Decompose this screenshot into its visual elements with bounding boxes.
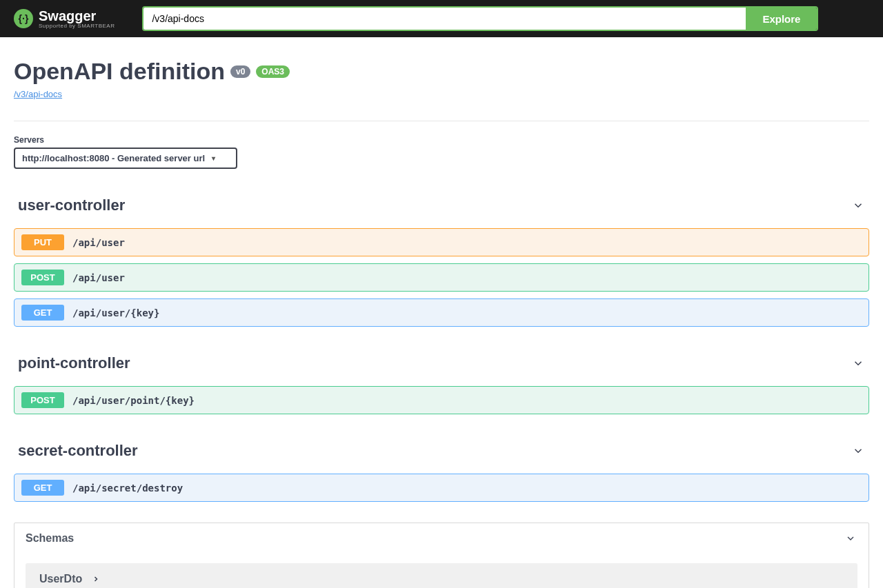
operation-path: /api/user	[72, 272, 125, 283]
operation-row[interactable]: GET/api/user/{key}	[14, 298, 869, 327]
chevron-down-icon	[844, 531, 857, 545]
server-selected-value: http://localhost:8080 - Generated server…	[22, 153, 205, 163]
tag-section: user-controllerPUT/api/userPOST/api/user…	[14, 190, 869, 327]
schemas-section: Schemas UserDto	[14, 523, 869, 588]
page-title: OpenAPI definition	[14, 58, 225, 85]
topbar: {·} Swagger Supported by SMARTBEAR Explo…	[0, 0, 883, 37]
schema-item[interactable]: UserDto	[26, 563, 857, 588]
operation-path: /api/secret/destroy	[72, 483, 183, 494]
chevron-down-icon	[851, 356, 865, 370]
operation-row[interactable]: POST/api/user/point/{key}	[14, 386, 869, 414]
tag-section: point-controllerPOST/api/user/point/{key…	[14, 347, 869, 414]
spec-url-input[interactable]	[143, 8, 746, 30]
swagger-logo-icon: {·}	[14, 9, 33, 28]
logo[interactable]: {·} Swagger Supported by SMARTBEAR	[14, 8, 115, 29]
title-row: OpenAPI definition v0 OAS3	[14, 58, 869, 85]
operation-row[interactable]: POST/api/user	[14, 263, 869, 292]
chevron-down-icon	[851, 444, 865, 458]
method-badge: POST	[21, 270, 64, 285]
operation-row[interactable]: GET/api/secret/destroy	[14, 474, 869, 502]
logo-subtext: Supported by SMARTBEAR	[39, 23, 115, 29]
api-docs-link[interactable]: /v3/api-docs	[14, 89, 62, 99]
method-badge: POST	[21, 392, 64, 408]
method-badge: GET	[21, 480, 64, 496]
schema-name: UserDto	[39, 573, 82, 585]
main-content: OpenAPI definition v0 OAS3 /v3/api-docs …	[0, 37, 883, 588]
chevron-right-icon	[92, 575, 100, 583]
chevron-down-icon: ▾	[212, 154, 215, 162]
divider	[14, 121, 869, 121]
version-badge: v0	[230, 65, 250, 78]
schemas-title: Schemas	[26, 532, 74, 545]
oas-badge: OAS3	[256, 65, 290, 78]
tag-name: point-controller	[18, 354, 130, 372]
tag-name: secret-controller	[18, 442, 138, 460]
tag-section: secret-controllerGET/api/secret/destroy	[14, 435, 869, 502]
search-bar: Explore	[142, 6, 818, 31]
operation-path: /api/user/{key}	[72, 307, 159, 318]
logo-text: Swagger	[39, 8, 115, 24]
method-badge: GET	[21, 305, 64, 321]
operation-path: /api/user	[72, 237, 125, 248]
operation-row[interactable]: PUT/api/user	[14, 228, 869, 256]
method-badge: PUT	[21, 234, 64, 250]
tag-header[interactable]: user-controller	[14, 190, 869, 221]
server-select[interactable]: http://localhost:8080 - Generated server…	[14, 148, 237, 169]
schemas-header[interactable]: Schemas	[14, 523, 869, 554]
tag-header[interactable]: secret-controller	[14, 435, 869, 467]
tag-header[interactable]: point-controller	[14, 347, 869, 379]
servers-label: Servers	[14, 135, 869, 145]
tag-name: user-controller	[18, 196, 125, 214]
operation-path: /api/user/point/{key}	[72, 395, 195, 406]
explore-button[interactable]: Explore	[746, 8, 817, 30]
chevron-down-icon	[851, 199, 865, 212]
